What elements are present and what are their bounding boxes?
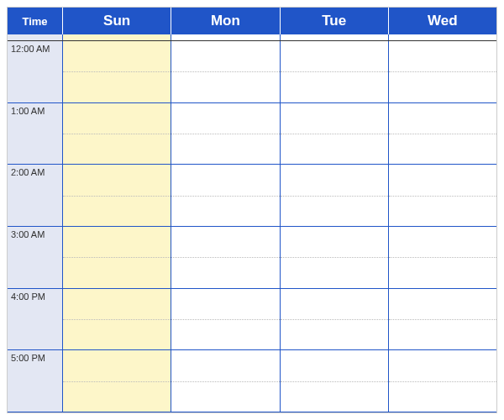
hour-row: 1:00 AM — [8, 103, 496, 165]
time-slot[interactable] — [171, 41, 280, 103]
time-slot[interactable] — [171, 350, 280, 412]
time-slot[interactable] — [63, 41, 171, 103]
time-slot[interactable] — [389, 165, 496, 227]
time-slot[interactable] — [63, 289, 171, 351]
all-day-cell-wed[interactable] — [389, 34, 496, 40]
all-day-row — [8, 34, 496, 41]
calendar-header-row: Time Sun Mon Tue Wed — [8, 8, 496, 34]
time-label: 12:00 AM — [8, 41, 63, 103]
time-slot[interactable] — [389, 41, 496, 103]
time-slot[interactable] — [63, 350, 171, 412]
all-day-cell-sun[interactable] — [63, 34, 171, 40]
weekly-calendar: Time Sun Mon Tue Wed 12:00 AM 1:00 AM — [7, 7, 497, 413]
all-day-cell-tue[interactable] — [281, 34, 389, 40]
day-header-tue[interactable]: Tue — [281, 8, 389, 34]
hour-row: 3:00 AM — [8, 227, 496, 289]
time-slot[interactable] — [281, 165, 389, 227]
all-day-cell-mon[interactable] — [171, 34, 280, 40]
time-slot[interactable] — [281, 103, 389, 165]
day-header-wed[interactable]: Wed — [389, 8, 496, 34]
time-label: 1:00 AM — [8, 103, 63, 165]
time-slot[interactable] — [281, 289, 389, 351]
calendar-body: 12:00 AM 1:00 AM 2:00 AM 3:00 AM — [8, 34, 496, 412]
time-slot[interactable] — [281, 350, 389, 412]
hour-row: 12:00 AM — [8, 41, 496, 103]
time-slot[interactable] — [63, 165, 171, 227]
time-label: 3:00 AM — [8, 227, 63, 289]
day-header-mon[interactable]: Mon — [171, 8, 280, 34]
time-slot[interactable] — [171, 289, 280, 351]
time-slot[interactable] — [281, 227, 389, 289]
all-day-label-cell — [8, 34, 63, 40]
time-slot[interactable] — [389, 227, 496, 289]
day-header-sun[interactable]: Sun — [63, 8, 171, 34]
time-slot[interactable] — [389, 350, 496, 412]
time-slot[interactable] — [63, 227, 171, 289]
time-slot[interactable] — [63, 103, 171, 165]
time-slot[interactable] — [389, 289, 496, 351]
hour-row: 4:00 PM — [8, 289, 496, 351]
time-slot[interactable] — [171, 227, 280, 289]
time-slot[interactable] — [281, 41, 389, 103]
time-label: 4:00 PM — [8, 289, 63, 351]
time-column-header: Time — [8, 8, 63, 34]
time-slot[interactable] — [389, 103, 496, 165]
hour-row: 2:00 AM — [8, 165, 496, 227]
time-slot[interactable] — [171, 103, 280, 165]
time-label: 2:00 AM — [8, 165, 63, 227]
time-label: 5:00 PM — [8, 350, 63, 412]
time-slot[interactable] — [171, 165, 280, 227]
hour-row: 5:00 PM — [8, 350, 496, 412]
